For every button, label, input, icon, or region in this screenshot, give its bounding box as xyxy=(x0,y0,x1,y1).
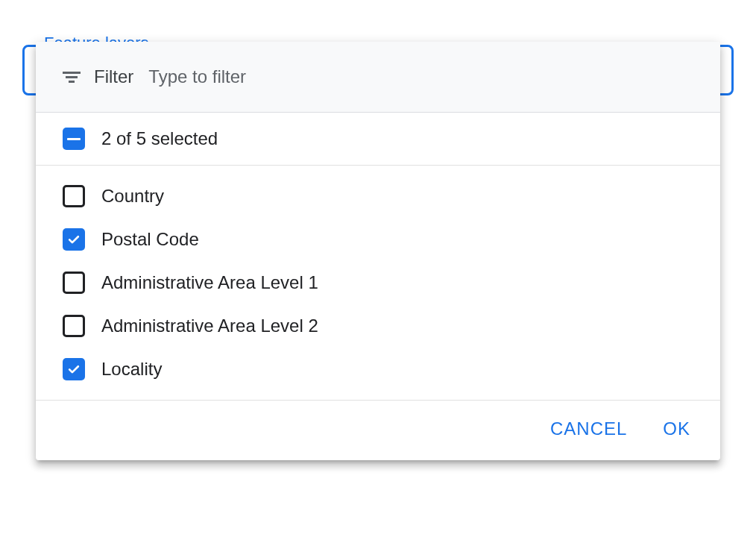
feature-layers-dropdown: Filter 2 of 5 selected CountryPostal Cod… xyxy=(36,42,720,460)
filter-input[interactable] xyxy=(147,66,693,88)
filter-label: Filter xyxy=(94,66,133,87)
checkbox-checked-icon[interactable] xyxy=(63,358,85,380)
checkbox-empty-icon[interactable] xyxy=(63,185,85,207)
filter-bar: Filter xyxy=(36,42,720,113)
option-label: Administrative Area Level 1 xyxy=(101,272,318,293)
option-row-admin2[interactable]: Administrative Area Level 2 xyxy=(36,304,720,348)
filter-icon xyxy=(63,68,81,86)
option-label: Administrative Area Level 2 xyxy=(101,316,318,336)
selection-summary: 2 of 5 selected xyxy=(101,128,218,149)
select-all-checkbox-indeterminate-icon[interactable] xyxy=(63,128,85,150)
option-label: Country xyxy=(101,186,164,207)
checkbox-checked-icon[interactable] xyxy=(63,228,85,251)
select-all-row[interactable]: 2 of 5 selected xyxy=(36,113,720,166)
option-label: Postal Code xyxy=(101,229,199,250)
checkbox-empty-icon[interactable] xyxy=(63,272,85,294)
option-row-country[interactable]: Country xyxy=(36,175,720,218)
checkbox-empty-icon[interactable] xyxy=(63,315,85,337)
options-list: CountryPostal CodeAdministrative Area Le… xyxy=(36,166,720,401)
option-row-admin1[interactable]: Administrative Area Level 1 xyxy=(36,261,720,304)
option-row-postal[interactable]: Postal Code xyxy=(36,218,720,261)
ok-button[interactable]: OK xyxy=(663,418,690,439)
option-label: Locality xyxy=(101,359,162,380)
option-row-locality[interactable]: Locality xyxy=(36,348,720,391)
dialog-footer: CANCEL OK xyxy=(36,401,720,460)
cancel-button[interactable]: CANCEL xyxy=(550,418,627,439)
